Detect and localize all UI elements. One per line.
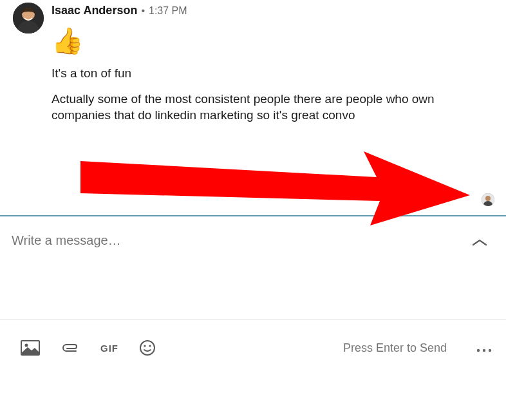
svg-marker-6	[80, 151, 470, 225]
composer	[0, 216, 506, 263]
image-button[interactable]	[21, 340, 40, 356]
arrow-annotation	[80, 148, 473, 225]
svg-point-14	[489, 349, 491, 352]
svg-point-13	[483, 349, 485, 352]
read-receipt-image	[482, 193, 494, 206]
svg-point-11	[149, 345, 151, 347]
chevron-up-icon	[471, 238, 488, 247]
image-icon	[21, 340, 40, 356]
svg-point-4	[485, 196, 491, 201]
composer-toolbar: GIF Press Enter to Send	[0, 320, 506, 376]
gif-button[interactable]: GIF	[100, 343, 118, 354]
svg-point-10	[144, 345, 145, 347]
timestamp: 1:37 PM	[149, 5, 187, 17]
message-emoji: 👍	[52, 28, 493, 53]
send-hint: Press Enter to Send	[343, 341, 447, 355]
gif-icon: GIF	[100, 343, 118, 354]
avatar-image	[13, 3, 44, 33]
separator-dot: •	[141, 5, 145, 17]
read-receipt-avatar[interactable]	[482, 193, 494, 206]
message-text-1: It's a ton of fun	[52, 65, 464, 82]
emoji-button[interactable]	[139, 339, 156, 356]
message-row: Isaac Anderson • 1:37 PM 👍 It's a ton of…	[0, 0, 506, 133]
message-content: Isaac Anderson • 1:37 PM 👍 It's a ton of…	[52, 3, 493, 133]
message-header: Isaac Anderson • 1:37 PM	[52, 4, 493, 17]
svg-point-9	[140, 341, 155, 355]
more-options-button[interactable]	[476, 339, 492, 356]
avatar[interactable]	[13, 3, 44, 33]
composer-collapse-button[interactable]	[471, 233, 493, 250]
svg-point-8	[25, 344, 28, 347]
svg-point-12	[477, 349, 480, 352]
message-input[interactable]	[12, 233, 471, 263]
message-text-2: Actually some of the most consistent peo…	[52, 91, 464, 124]
dots-icon	[476, 348, 492, 352]
attachment-button[interactable]	[61, 343, 80, 353]
emoji-icon	[139, 339, 156, 356]
sender-name[interactable]: Isaac Anderson	[52, 4, 137, 17]
paperclip-icon	[61, 343, 80, 353]
